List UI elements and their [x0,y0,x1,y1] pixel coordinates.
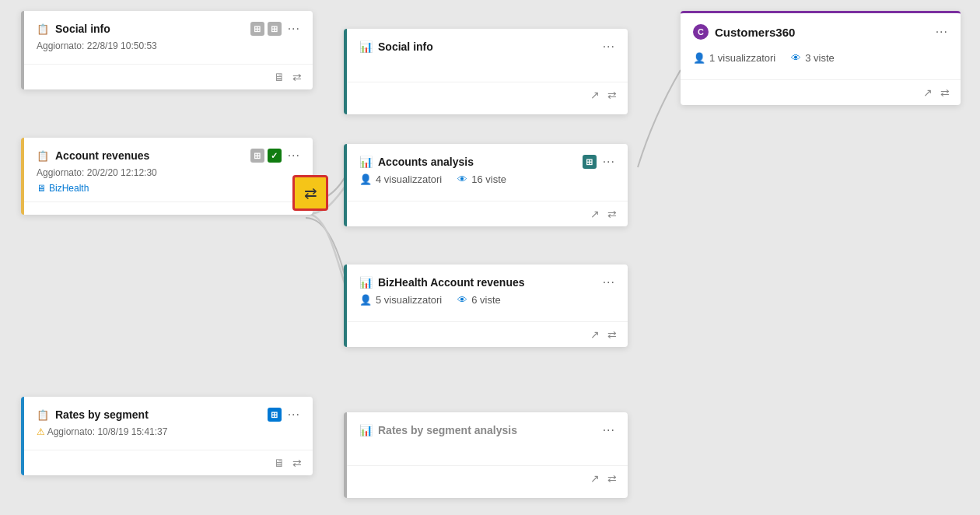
bizhealth-transfer-icon[interactable]: ⇄ [607,328,617,341]
accounts-analysis-badge: ⊞ [583,155,597,169]
rates-analysis-title: Rates by segment analysis [378,424,597,436]
account-revenues-transfer-highlight-btn[interactable]: ⇄ [292,175,328,211]
customers360-views: 👁 3 viste [791,52,835,64]
customers360-transfer-icon[interactable]: ⇄ [940,86,950,99]
social-info-center-transfer-icon[interactable]: ⇄ [607,89,617,101]
social-info-left-title: Social info [55,23,244,35]
accounts-analysis-card: 📊 Accounts analysis ⊞ ··· 👤 4 visualizza… [344,144,628,226]
account-revenues-doc-icon: 📋 [37,149,49,162]
rates-segment-left-icons: ⊞ [268,408,282,422]
social-info-left-menu[interactable]: ··· [288,22,300,36]
customers360-viewers: 👤 1 visualizzatori [693,52,775,64]
rates-analysis-chart-icon: 📊 [359,424,372,436]
accounts-analysis-expand-icon[interactable]: ↗ [590,208,600,220]
bizhealth-viewers: 👤 5 visualizzatori [359,294,442,306]
rates-analysis-transfer-icon[interactable]: ⇄ [607,472,617,485]
social-info-left-transfer-icon[interactable]: ⇄ [292,71,302,83]
social-info-left-icons: ⊞ ⊞ [250,22,282,36]
account-revenues-subtitle: Aggiornato: 20/2/20 12:12:30 [37,167,300,178]
customers360-expand-icon[interactable]: ↗ [923,86,933,99]
social-info-center-expand-icon[interactable]: ↗ [590,89,600,101]
customers360-title: Customers360 [715,26,929,39]
customers360-badge: C [693,24,709,40]
bizhealth-expand-icon[interactable]: ↗ [590,328,600,341]
account-revenues-title: Account revenues [55,149,244,162]
rates-transfer-icon[interactable]: ⇄ [292,457,302,469]
bizhealth-account-card: 📊 BizHealth Account revenues ··· 👤 5 vis… [344,265,628,347]
rates-segment-analysis-card: 📊 Rates by segment analysis ··· ↗ ⇄ [344,412,628,498]
social-info-center-title: Social info [378,40,597,53]
rates-analysis-menu[interactable]: ··· [603,423,615,437]
accounts-analysis-viewers: 👤 4 visualizzatori [359,173,442,185]
rates-analysis-expand-icon[interactable]: ↗ [590,472,600,485]
accounts-analysis-title: Accounts analysis [378,156,576,168]
social-info-center-card: 📊 Social info ··· ↗ ⇄ [344,29,628,114]
social-info-left-card: 📋 Social info ⊞ ⊞ ··· Aggiornato: 22/8/1… [21,11,313,89]
accounts-analysis-transfer-icon[interactable]: ⇄ [607,208,617,220]
rates-segment-left-subtitle: ⚠ Aggiornato: 10/8/19 15:41:37 [37,426,300,437]
accounts-analysis-views: 👁 16 viste [457,173,506,185]
rates-segment-left-card: 📋 Rates by segment ⊞ ··· ⚠ Aggiornato: 1… [21,397,313,475]
bizhealth-menu[interactable]: ··· [603,275,615,289]
bizhealth-views: 👁 6 viste [457,294,501,306]
icon-badge-2: ⊞ [268,22,282,36]
rates-segment-left-menu[interactable]: ··· [288,408,300,422]
customers360-menu[interactable]: ··· [936,25,948,39]
account-revenues-badge-1: ⊞ [250,149,264,163]
account-revenues-link[interactable]: 🖥 BizHealth [37,183,300,194]
accounts-analysis-menu[interactable]: ··· [603,155,615,169]
account-revenues-top-icons: ⊞ ✓ [250,149,282,163]
rates-segment-left-title: Rates by segment [55,408,261,421]
rates-badge: ⊞ [268,408,282,422]
bizhealth-chart-icon: 📊 [359,276,372,289]
rates-monitor-icon[interactable]: 🖥 [274,457,285,469]
accounts-analysis-chart-icon: 📊 [359,156,372,168]
rates-doc-icon: 📋 [37,408,49,421]
doc-icon: 📋 [37,23,49,35]
icon-badge-1: ⊞ [250,22,264,36]
accounts-analysis-top-icons: ⊞ [583,155,597,169]
account-revenues-card: 📋 Account revenues ⊞ ✓ ··· Aggiornato: 2… [21,138,313,215]
warning-icon: ⚠ [37,426,45,437]
social-info-left-monitor-icon[interactable]: 🖥 [274,71,285,83]
social-info-center-menu[interactable]: ··· [603,40,615,54]
customers360-card: C Customers360 ··· 👤 1 visualizzatori 👁 … [681,11,961,105]
account-revenues-menu[interactable]: ··· [288,149,300,163]
account-revenues-badge-2: ✓ [268,149,282,163]
chart-icon-social: 📊 [359,40,372,53]
bizhealth-title: BizHealth Account revenues [378,276,597,289]
social-info-left-subtitle: Aggiornato: 22/8/19 10:50:53 [37,40,300,51]
